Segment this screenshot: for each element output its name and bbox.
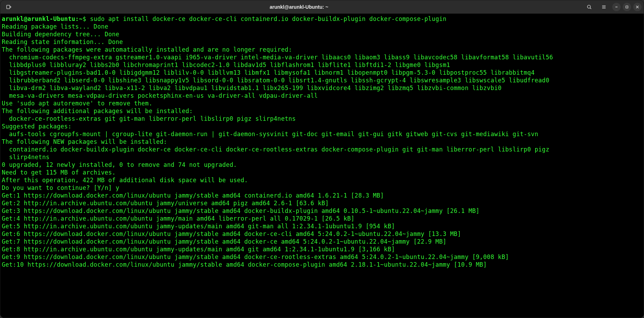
prompt-path: ~ [79, 15, 83, 22]
output-line: Get:8 http://in.archive.ubuntu.com/ubunt… [2, 245, 642, 253]
output-line: Reading state information... Done [2, 38, 642, 46]
svg-rect-2 [626, 6, 628, 8]
output-line: Get:6 https://download.docker.com/linux/… [2, 230, 642, 238]
output-line: Get:2 http://in.archive.ubuntu.com/ubunt… [2, 199, 642, 207]
new-tab-icon [6, 4, 12, 10]
terminal-output-area[interactable]: arunkl@arunkl-Ubuntu:~$ sudo apt install… [0, 14, 644, 318]
titlebar: arunkl@arunkl-Ubuntu: ~ [0, 0, 644, 14]
output-line: libva-drm2 libva-wayland2 libva-x11-2 li… [2, 84, 642, 92]
output-line: Get:5 http://in.archive.ubuntu.com/ubunt… [2, 222, 642, 230]
output-line: libbdplus0 libbluray2 libbs2b0 libchroma… [2, 61, 642, 69]
output-line: Get:9 https://download.docker.com/linux/… [2, 253, 642, 261]
prompt-user-host: arunkl@arunkl-Ubuntu [2, 15, 75, 22]
output-line: The following NEW packages will be insta… [2, 138, 642, 146]
maximize-icon [625, 5, 629, 9]
output-line: aufs-tools cgroupfs-mount | cgroup-lite … [2, 130, 642, 138]
output-line: The following packages were automaticall… [2, 46, 642, 53]
command-text: sudo apt install docker-ce docker-ce-cli… [90, 15, 447, 22]
new-tab-button[interactable] [4, 2, 14, 12]
close-icon [636, 5, 639, 9]
close-button[interactable] [633, 3, 642, 11]
hamburger-icon [601, 5, 606, 9]
output-line: libgstreamer-plugins-bad1.0-0 libigdgmm1… [2, 69, 642, 76]
hamburger-menu-button[interactable] [599, 2, 609, 12]
maximize-button[interactable] [623, 3, 631, 11]
output-line: Reading package lists... Done [2, 23, 642, 30]
output-line: Get:4 http://in.archive.ubuntu.com/ubunt… [2, 215, 642, 222]
output-line: Building dependency tree... Done [2, 30, 642, 38]
output-line: docker-ce-rootless-extras git git-man li… [2, 115, 642, 123]
output-line: slirp4netns [2, 153, 642, 161]
output-line: librubberband2 libserd-0-0 libshine3 lib… [2, 76, 642, 84]
output-line: Get:7 https://download.docker.com/linux/… [2, 238, 642, 245]
prompt-symbol: $ [83, 15, 90, 22]
output-line: Get:10 https://download.docker.com/linux… [2, 261, 642, 268]
output-line: Suggested packages: [2, 123, 642, 130]
minimize-icon [615, 5, 618, 9]
output-line: The following additional packages will b… [2, 107, 642, 115]
output-line: Get:1 https://download.docker.com/linux/… [2, 192, 642, 199]
window-title: arunkl@arunkl-Ubuntu: ~ [15, 4, 583, 10]
search-icon [587, 5, 592, 9]
search-button[interactable] [584, 2, 594, 12]
svg-rect-0 [7, 5, 10, 9]
output-line: chromium-codecs-ffmpeg-extra gstreamer1.… [2, 53, 642, 61]
output-line: 0 upgraded, 12 newly installed, 0 to rem… [2, 161, 642, 169]
output-line: mesa-va-drivers mesa-vdpau-drivers pocke… [2, 92, 642, 99]
terminal-window: arunkl@arunkl-Ubuntu: ~ [0, 0, 644, 318]
prompt-line: arunkl@arunkl-Ubuntu:~$ sudo apt install… [2, 15, 642, 23]
minimize-button[interactable] [612, 3, 621, 11]
output-line: Do you want to continue? [Y/n] y [2, 184, 642, 192]
output-line: After this operation, 422 MB of addition… [2, 176, 642, 184]
output-line: Get:3 https://download.docker.com/linux/… [2, 207, 642, 215]
output-line: containerd.io docker-buildx-plugin docke… [2, 146, 642, 153]
output-line: Use 'sudo apt autoremove' to remove them… [2, 99, 642, 107]
output-line: Need to get 115 MB of archives. [2, 169, 642, 176]
